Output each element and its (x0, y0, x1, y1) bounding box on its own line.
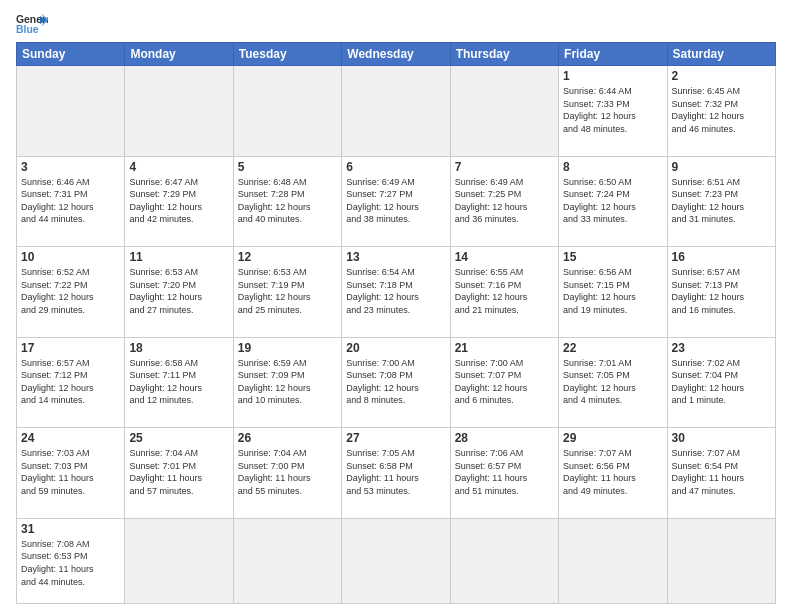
day-number: 10 (21, 250, 120, 264)
day-number: 28 (455, 431, 554, 445)
day-number: 16 (672, 250, 771, 264)
calendar-cell: 17Sunrise: 6:57 AM Sunset: 7:12 PM Dayli… (17, 337, 125, 428)
day-info: Sunrise: 6:50 AM Sunset: 7:24 PM Dayligh… (563, 176, 662, 226)
calendar-cell: 4Sunrise: 6:47 AM Sunset: 7:29 PM Daylig… (125, 156, 233, 247)
day-info: Sunrise: 6:45 AM Sunset: 7:32 PM Dayligh… (672, 85, 771, 135)
calendar-cell: 26Sunrise: 7:04 AM Sunset: 7:00 PM Dayli… (233, 428, 341, 519)
day-number: 27 (346, 431, 445, 445)
day-number: 25 (129, 431, 228, 445)
day-number: 18 (129, 341, 228, 355)
day-info: Sunrise: 6:46 AM Sunset: 7:31 PM Dayligh… (21, 176, 120, 226)
calendar-cell: 7Sunrise: 6:49 AM Sunset: 7:25 PM Daylig… (450, 156, 558, 247)
calendar-cell (125, 66, 233, 157)
day-info: Sunrise: 7:01 AM Sunset: 7:05 PM Dayligh… (563, 357, 662, 407)
calendar-cell: 18Sunrise: 6:58 AM Sunset: 7:11 PM Dayli… (125, 337, 233, 428)
day-info: Sunrise: 7:00 AM Sunset: 7:07 PM Dayligh… (455, 357, 554, 407)
calendar-cell: 22Sunrise: 7:01 AM Sunset: 7:05 PM Dayli… (559, 337, 667, 428)
logo-icon: General Blue (16, 12, 48, 36)
day-number: 5 (238, 160, 337, 174)
calendar-cell: 14Sunrise: 6:55 AM Sunset: 7:16 PM Dayli… (450, 247, 558, 338)
calendar-cell (342, 518, 450, 603)
calendar-cell: 25Sunrise: 7:04 AM Sunset: 7:01 PM Dayli… (125, 428, 233, 519)
day-info: Sunrise: 7:06 AM Sunset: 6:57 PM Dayligh… (455, 447, 554, 497)
calendar-cell: 11Sunrise: 6:53 AM Sunset: 7:20 PM Dayli… (125, 247, 233, 338)
calendar-cell: 29Sunrise: 7:07 AM Sunset: 6:56 PM Dayli… (559, 428, 667, 519)
day-info: Sunrise: 7:07 AM Sunset: 6:54 PM Dayligh… (672, 447, 771, 497)
weekday-header-friday: Friday (559, 43, 667, 66)
calendar-cell: 30Sunrise: 7:07 AM Sunset: 6:54 PM Dayli… (667, 428, 775, 519)
day-number: 8 (563, 160, 662, 174)
calendar-week-row: 31Sunrise: 7:08 AM Sunset: 6:53 PM Dayli… (17, 518, 776, 603)
calendar-cell: 20Sunrise: 7:00 AM Sunset: 7:08 PM Dayli… (342, 337, 450, 428)
day-info: Sunrise: 6:49 AM Sunset: 7:25 PM Dayligh… (455, 176, 554, 226)
calendar-cell: 1Sunrise: 6:44 AM Sunset: 7:33 PM Daylig… (559, 66, 667, 157)
weekday-header-monday: Monday (125, 43, 233, 66)
calendar-cell: 21Sunrise: 7:00 AM Sunset: 7:07 PM Dayli… (450, 337, 558, 428)
day-info: Sunrise: 6:57 AM Sunset: 7:13 PM Dayligh… (672, 266, 771, 316)
day-info: Sunrise: 7:00 AM Sunset: 7:08 PM Dayligh… (346, 357, 445, 407)
calendar-cell: 3Sunrise: 6:46 AM Sunset: 7:31 PM Daylig… (17, 156, 125, 247)
calendar-cell (233, 66, 341, 157)
weekday-header-sunday: Sunday (17, 43, 125, 66)
calendar-cell: 19Sunrise: 6:59 AM Sunset: 7:09 PM Dayli… (233, 337, 341, 428)
day-number: 2 (672, 69, 771, 83)
svg-text:Blue: Blue (16, 24, 39, 35)
day-number: 3 (21, 160, 120, 174)
day-info: Sunrise: 7:03 AM Sunset: 7:03 PM Dayligh… (21, 447, 120, 497)
calendar-cell: 13Sunrise: 6:54 AM Sunset: 7:18 PM Dayli… (342, 247, 450, 338)
day-info: Sunrise: 6:44 AM Sunset: 7:33 PM Dayligh… (563, 85, 662, 135)
calendar-week-row: 10Sunrise: 6:52 AM Sunset: 7:22 PM Dayli… (17, 247, 776, 338)
day-number: 23 (672, 341, 771, 355)
calendar-cell (559, 518, 667, 603)
day-info: Sunrise: 6:48 AM Sunset: 7:28 PM Dayligh… (238, 176, 337, 226)
calendar-cell: 5Sunrise: 6:48 AM Sunset: 7:28 PM Daylig… (233, 156, 341, 247)
day-number: 19 (238, 341, 337, 355)
page: General Blue SundayMondayTuesdayWednesda… (0, 0, 792, 612)
day-info: Sunrise: 6:56 AM Sunset: 7:15 PM Dayligh… (563, 266, 662, 316)
day-number: 30 (672, 431, 771, 445)
day-number: 11 (129, 250, 228, 264)
calendar-cell: 16Sunrise: 6:57 AM Sunset: 7:13 PM Dayli… (667, 247, 775, 338)
calendar-week-row: 17Sunrise: 6:57 AM Sunset: 7:12 PM Dayli… (17, 337, 776, 428)
day-number: 4 (129, 160, 228, 174)
calendar-cell: 10Sunrise: 6:52 AM Sunset: 7:22 PM Dayli… (17, 247, 125, 338)
calendar-table: SundayMondayTuesdayWednesdayThursdayFrid… (16, 42, 776, 604)
calendar-cell: 15Sunrise: 6:56 AM Sunset: 7:15 PM Dayli… (559, 247, 667, 338)
calendar-cell (667, 518, 775, 603)
calendar-cell (125, 518, 233, 603)
day-info: Sunrise: 7:04 AM Sunset: 7:00 PM Dayligh… (238, 447, 337, 497)
day-info: Sunrise: 6:57 AM Sunset: 7:12 PM Dayligh… (21, 357, 120, 407)
day-number: 6 (346, 160, 445, 174)
day-number: 26 (238, 431, 337, 445)
day-number: 17 (21, 341, 120, 355)
day-info: Sunrise: 6:53 AM Sunset: 7:19 PM Dayligh… (238, 266, 337, 316)
calendar-cell: 23Sunrise: 7:02 AM Sunset: 7:04 PM Dayli… (667, 337, 775, 428)
calendar-cell: 24Sunrise: 7:03 AM Sunset: 7:03 PM Dayli… (17, 428, 125, 519)
day-number: 13 (346, 250, 445, 264)
day-number: 22 (563, 341, 662, 355)
day-number: 1 (563, 69, 662, 83)
day-number: 21 (455, 341, 554, 355)
day-info: Sunrise: 6:52 AM Sunset: 7:22 PM Dayligh… (21, 266, 120, 316)
weekday-header-wednesday: Wednesday (342, 43, 450, 66)
day-info: Sunrise: 7:07 AM Sunset: 6:56 PM Dayligh… (563, 447, 662, 497)
day-number: 14 (455, 250, 554, 264)
calendar-week-row: 24Sunrise: 7:03 AM Sunset: 7:03 PM Dayli… (17, 428, 776, 519)
calendar-cell (342, 66, 450, 157)
calendar-cell: 28Sunrise: 7:06 AM Sunset: 6:57 PM Dayli… (450, 428, 558, 519)
calendar-week-row: 3Sunrise: 6:46 AM Sunset: 7:31 PM Daylig… (17, 156, 776, 247)
weekday-header-tuesday: Tuesday (233, 43, 341, 66)
day-info: Sunrise: 6:55 AM Sunset: 7:16 PM Dayligh… (455, 266, 554, 316)
day-info: Sunrise: 6:47 AM Sunset: 7:29 PM Dayligh… (129, 176, 228, 226)
calendar-cell: 27Sunrise: 7:05 AM Sunset: 6:58 PM Dayli… (342, 428, 450, 519)
calendar-cell (233, 518, 341, 603)
weekday-header-row: SundayMondayTuesdayWednesdayThursdayFrid… (17, 43, 776, 66)
calendar-cell: 8Sunrise: 6:50 AM Sunset: 7:24 PM Daylig… (559, 156, 667, 247)
day-number: 15 (563, 250, 662, 264)
calendar-week-row: 1Sunrise: 6:44 AM Sunset: 7:33 PM Daylig… (17, 66, 776, 157)
day-info: Sunrise: 7:05 AM Sunset: 6:58 PM Dayligh… (346, 447, 445, 497)
day-info: Sunrise: 6:53 AM Sunset: 7:20 PM Dayligh… (129, 266, 228, 316)
day-info: Sunrise: 6:58 AM Sunset: 7:11 PM Dayligh… (129, 357, 228, 407)
day-number: 7 (455, 160, 554, 174)
day-number: 9 (672, 160, 771, 174)
